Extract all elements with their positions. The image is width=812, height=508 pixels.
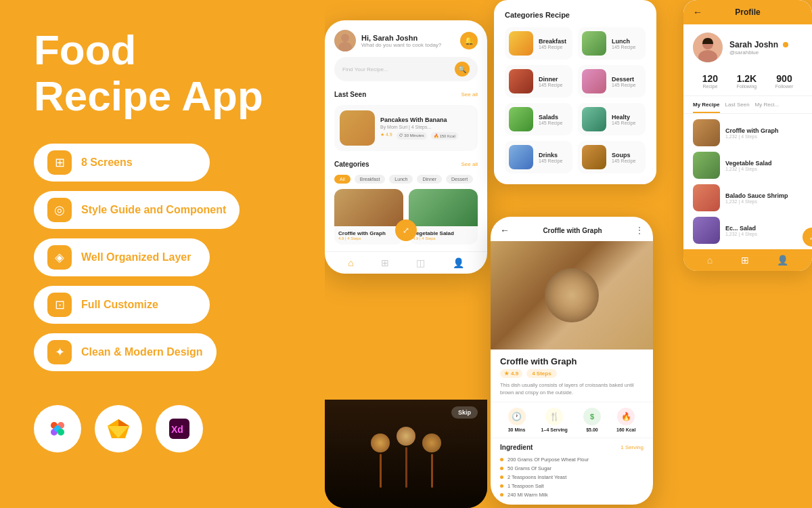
grid-nav-icon[interactable]: ⊞ [381, 257, 389, 268]
see-all-lastseen[interactable]: See all [461, 91, 478, 98]
cat-salads-info: Salads 145 Recipe [539, 114, 562, 125]
design-icon: ✦ [47, 340, 72, 364]
feature-layers[interactable]: ◈ Well Organized Layer [34, 238, 210, 276]
last-seen-header: Last Seen See all [325, 88, 487, 101]
profile-header-bar: ← Profile [683, 0, 812, 24]
skewer-3 [422, 433, 441, 488]
p-recipe-eggplant[interactable]: Ec... Salad 1,232 | 4 Steps [693, 217, 803, 244]
feature-design[interactable]: ✦ Clean & Modern Design [34, 333, 217, 371]
skewer-1 [371, 433, 390, 488]
phone-header: Hi, Sarah Joshn What do you want to cook… [325, 20, 487, 57]
profile-home-icon[interactable]: ⌂ [707, 255, 713, 266]
p-eggplant-info: Ec... Salad 1,232 | 4 Steps [725, 225, 757, 236]
notification-bell[interactable]: 🔔 [460, 32, 478, 49]
feature-style[interactable]: ◎ Style Guide and Component [34, 191, 240, 229]
food-card-salad[interactable]: Vegetable Salad 4.9 | 4 Steps [409, 189, 478, 245]
cat-drinks[interactable]: Drinks 145 Recipe [505, 141, 572, 173]
svg-point-12 [341, 34, 349, 42]
rating-badge: ★ 4.9 [500, 369, 522, 378]
skewer-2 [397, 427, 415, 488]
cat-drinks-info: Drinks 145 Recipe [539, 152, 562, 163]
categories-panel-title: Categories Recipe [505, 11, 646, 19]
p-salad-info: Vegetable Salad 1,232 | 4 Steps [725, 160, 772, 171]
tab-my-recipe[interactable]: My Recipe [693, 102, 720, 113]
profile-back-icon[interactable]: ← [693, 7, 702, 18]
waffle-image [334, 189, 403, 226]
cat-dessert[interactable]: Dessert 145 Recipe [578, 65, 646, 98]
recipe-thumbnail [340, 110, 375, 146]
expand-button-phone1[interactable]: ⤢ [395, 219, 417, 241]
cat-soups[interactable]: Soups 145 Recipe [578, 141, 646, 173]
profile-bottom-bar: ⌂ ⊞ 👤 [683, 249, 812, 271]
category-grid: Breakfast 145 Recipe Lunch 145 Recipe Di… [505, 27, 646, 173]
see-all-categories[interactable]: See all [461, 161, 478, 167]
food-skewers [371, 420, 441, 488]
p-recipe-shrimp[interactable]: Balado Sauce Shrimp 1,232 | 4 Steps [693, 184, 803, 211]
categories-title: Categories [334, 161, 369, 168]
tab-all[interactable]: All [334, 175, 351, 184]
xd-icon: Xd [156, 405, 203, 452]
soups-img [582, 145, 606, 169]
dinner-img [509, 69, 533, 93]
dot-4 [500, 484, 503, 488]
food-card-waffle[interactable]: Croffle with Graph 4.9 | 4 Steps [334, 189, 403, 245]
bookmark-nav-icon[interactable]: ◫ [416, 257, 425, 268]
tab-my-reci[interactable]: My Reci... [755, 102, 780, 113]
phone-main: Hi, Sarah Joshn What do you want to cook… [325, 20, 487, 274]
svg-text:Xd: Xd [171, 424, 183, 435]
screens-icon: ⊞ [47, 150, 72, 175]
stat-price: $ $5.00 [583, 408, 601, 432]
cat-healty[interactable]: Healty 145 Recipe [578, 103, 646, 135]
profile-grid-icon[interactable]: ⊞ [741, 255, 749, 266]
tab-dinner[interactable]: Dinner [417, 175, 442, 184]
search-button[interactable]: 🔍 [455, 62, 470, 77]
p-recipe-waffle[interactable]: Croffle with Graph 1,232 | 4 Steps [693, 119, 803, 146]
salad-name: Vegetable Salad [413, 230, 474, 236]
profile-name-block: Sarah Joshn @sarahblue [729, 40, 788, 56]
phone-detail: ← Croffle with Graph ⋮ Croffle with Grap… [491, 217, 653, 505]
feature-screens[interactable]: ⊞ 8 Screens [34, 144, 210, 182]
user-nav-icon[interactable]: 👤 [453, 257, 464, 268]
avatar [334, 30, 356, 51]
dot-5 [500, 493, 503, 496]
p-recipe-salad[interactable]: Vegetable Salad 1,232 | 4 Steps [693, 152, 803, 179]
cat-lunch-info: Lunch 145 Recipe [612, 38, 635, 49]
p-salad-img [693, 152, 720, 179]
recipe-name: Pancakes With Banana [380, 117, 458, 123]
search-bar[interactable]: Find Your Recipe... 🔍 [334, 57, 478, 81]
greeting: Hi, Sarah Joshn What do you want to cook… [361, 34, 441, 48]
feature-customize[interactable]: ⊡ Full Customize [34, 286, 210, 324]
p-shrimp-info: Balado Sauce Shrimp 1,232 | 4 Steps [725, 192, 788, 204]
skip-button[interactable]: Skip [451, 406, 478, 419]
profile-user-icon[interactable]: 👤 [777, 255, 788, 266]
detail-stats: 🕐 30 Mins 🍴 1–4 Serving $ $5.00 🔥 160 Kc… [491, 402, 653, 438]
tab-lunch[interactable]: Lunch [389, 175, 413, 184]
cat-salads[interactable]: Salads 145 Recipe [505, 103, 572, 135]
time-icon: 🕐 [508, 408, 526, 425]
waffle-steps: 4.9 | 4 Steps [338, 236, 399, 240]
back-button[interactable]: ← [500, 225, 510, 236]
more-options-icon[interactable]: ⋮ [635, 226, 644, 235]
ingredient-title: Ingredient [500, 444, 533, 451]
home-nav-icon[interactable]: ⌂ [348, 257, 353, 268]
p-shrimp-img [693, 184, 720, 211]
tab-dessert[interactable]: Dessert [446, 175, 473, 184]
cat-breakfast-info: Breakfast 145 Recipe [539, 38, 566, 49]
cat-dinner[interactable]: Dinner 145 Recipe [505, 65, 572, 98]
drinks-img [509, 145, 533, 169]
tab-last-seen[interactable]: Last Seen [725, 102, 750, 113]
stat-following: 1.2K Following [737, 73, 757, 89]
profile-info: Sarah Joshn @sarahblue [683, 24, 812, 68]
dot-3 [500, 475, 503, 479]
cat-lunch[interactable]: Lunch 145 Recipe [578, 27, 646, 60]
steps-badge: 4 Steps [526, 369, 556, 378]
sketch-icon [95, 405, 142, 452]
ingredient-3: 2 Teaspoons Instant Yeast [500, 473, 644, 482]
food-video-panel: Skip [325, 400, 487, 508]
last-seen-card[interactable]: Pancakes With Banana By Mom Suri | 4 Ste… [334, 105, 478, 151]
ingredient-5: 240 Ml Warm Milk [500, 490, 644, 499]
cat-breakfast[interactable]: Breakfast 145 Recipe [505, 27, 572, 60]
app-title: Food Recipe App [34, 27, 291, 119]
cat-soups-info: Soups 145 Recipe [612, 152, 635, 163]
tab-breakfast[interactable]: Breakfast [355, 175, 386, 184]
